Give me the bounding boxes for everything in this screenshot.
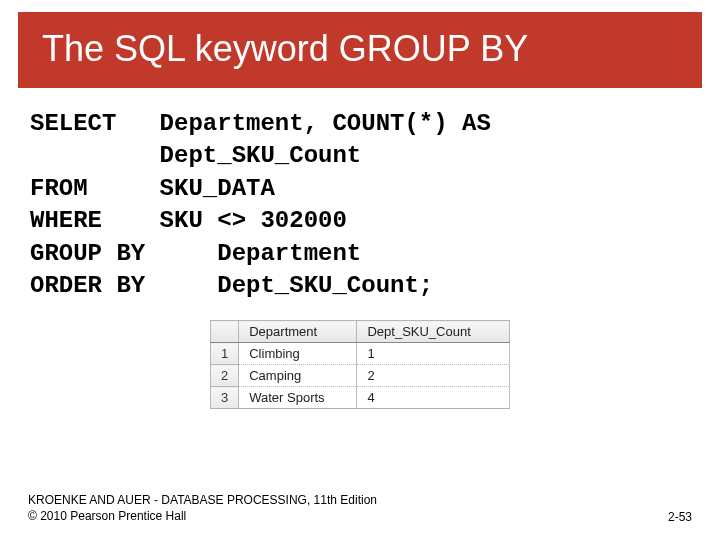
row-number-header — [211, 321, 239, 343]
query-result-grid: Department Dept_SKU_Count 1 Climbing 1 2… — [210, 320, 510, 409]
cell-count: 4 — [357, 387, 510, 409]
cell-department: Climbing — [239, 343, 357, 365]
cell-count: 2 — [357, 365, 510, 387]
sql-line: FROM SKU_DATA — [30, 175, 275, 202]
sql-line: Dept_SKU_Count — [30, 142, 361, 169]
slide-title: The SQL keyword GROUP BY — [18, 12, 702, 88]
table-row: 3 Water Sports 4 — [211, 387, 510, 409]
cell-department: Water Sports — [239, 387, 357, 409]
footer-copyright-line: © 2010 Pearson Prentice Hall — [28, 508, 377, 524]
cell-department: Camping — [239, 365, 357, 387]
row-number-cell: 3 — [211, 387, 239, 409]
table-header-row: Department Dept_SKU_Count — [211, 321, 510, 343]
sql-line: GROUP BY Department — [30, 240, 361, 267]
footer-left: KROENKE AND AUER - DATABASE PROCESSING, … — [28, 492, 377, 524]
sql-line: WHERE SKU <> 302000 — [30, 207, 347, 234]
sql-code-block: SELECT Department, COUNT(*) AS Dept_SKU_… — [30, 108, 690, 302]
col-header-count: Dept_SKU_Count — [357, 321, 510, 343]
cell-count: 1 — [357, 343, 510, 365]
table-row: 1 Climbing 1 — [211, 343, 510, 365]
row-number-cell: 1 — [211, 343, 239, 365]
row-number-cell: 2 — [211, 365, 239, 387]
slide-footer: KROENKE AND AUER - DATABASE PROCESSING, … — [28, 492, 692, 524]
page-number: 2-53 — [668, 510, 692, 524]
sql-line: SELECT Department, COUNT(*) AS — [30, 110, 491, 137]
footer-book-line: KROENKE AND AUER - DATABASE PROCESSING, … — [28, 492, 377, 508]
table-row: 2 Camping 2 — [211, 365, 510, 387]
result-table: Department Dept_SKU_Count 1 Climbing 1 2… — [210, 320, 510, 409]
sql-line: ORDER BY Dept_SKU_Count; — [30, 272, 433, 299]
col-header-department: Department — [239, 321, 357, 343]
